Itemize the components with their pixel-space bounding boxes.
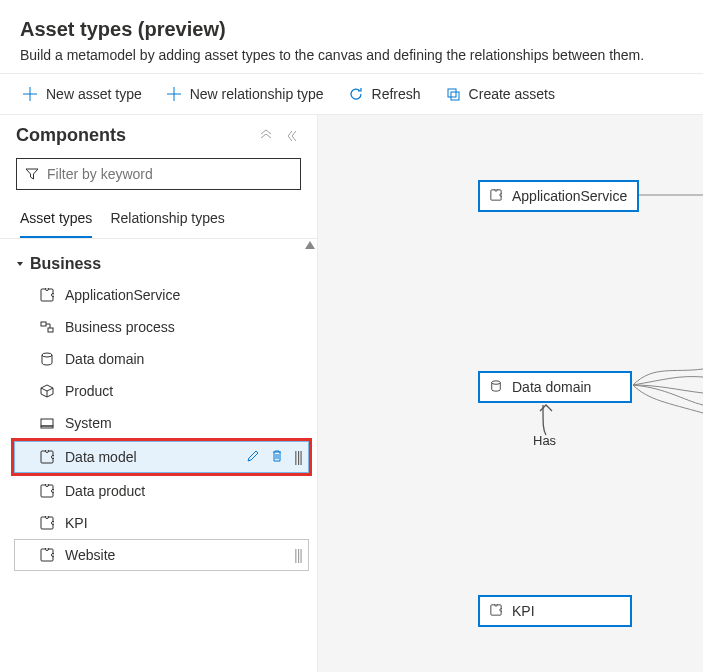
puzzle-icon	[39, 483, 55, 499]
refresh-icon	[348, 86, 364, 102]
plus-icon	[22, 86, 38, 102]
new-asset-type-label: New asset type	[46, 86, 142, 102]
item-label: Business process	[65, 319, 302, 335]
cube-icon	[39, 383, 55, 399]
puzzle-icon	[490, 604, 504, 618]
collapse-left-icon[interactable]	[287, 129, 301, 143]
svg-point-20	[46, 548, 49, 551]
copy-icon	[445, 86, 461, 102]
panel-header: Components	[0, 115, 317, 154]
scroll-indicator-icon	[305, 241, 315, 249]
filter-input[interactable]	[16, 158, 301, 190]
metamodel-canvas[interactable]: ApplicationService Data domain Has KPI	[318, 115, 703, 672]
canvas-node-datadomain[interactable]: Data domain	[478, 371, 632, 403]
svg-point-4	[52, 294, 55, 297]
page-subtitle: Build a metamodel by adding asset types …	[20, 47, 683, 63]
svg-point-24	[500, 194, 502, 197]
item-label: ApplicationService	[65, 287, 302, 303]
plus-icon	[166, 86, 182, 102]
panel-title: Components	[16, 125, 126, 146]
svg-point-18	[52, 522, 55, 525]
item-actions: |||	[246, 449, 302, 465]
components-panel: Components Asset types Relationship type…	[0, 115, 318, 672]
canvas-node-applicationservice[interactable]: ApplicationService	[478, 180, 639, 212]
new-relationship-type-button[interactable]: New relationship type	[156, 80, 334, 108]
puzzle-icon	[39, 547, 55, 563]
node-label: KPI	[512, 603, 535, 619]
svg-point-7	[42, 353, 52, 357]
item-label: Data model	[65, 449, 236, 465]
sidebar-tabs: Asset types Relationship types	[0, 200, 317, 239]
drag-handle-icon[interactable]: |||	[294, 547, 302, 563]
new-relationship-type-label: New relationship type	[190, 86, 324, 102]
item-product[interactable]: Product	[14, 375, 309, 407]
group-business[interactable]: Business	[14, 249, 309, 279]
svg-point-25	[492, 381, 501, 384]
asset-type-tree: Business ApplicationService Business pro…	[0, 239, 317, 581]
svg-point-12	[52, 456, 55, 459]
svg-point-27	[495, 604, 498, 606]
refresh-label: Refresh	[372, 86, 421, 102]
tab-asset-types[interactable]: Asset types	[20, 200, 92, 238]
svg-rect-0	[448, 89, 456, 97]
caret-down-icon	[16, 260, 24, 268]
item-label: Website	[65, 547, 284, 563]
item-website[interactable]: Website |||	[14, 539, 309, 571]
item-label: Data product	[65, 483, 302, 499]
new-asset-type-button[interactable]: New asset type	[12, 80, 152, 108]
create-assets-button[interactable]: Create assets	[435, 80, 565, 108]
refresh-button[interactable]: Refresh	[338, 80, 431, 108]
process-icon	[39, 319, 55, 335]
node-label: ApplicationService	[512, 188, 627, 204]
tab-relationship-types[interactable]: Relationship types	[110, 200, 224, 238]
item-label: System	[65, 415, 302, 431]
svg-point-3	[46, 288, 49, 291]
svg-point-23	[495, 189, 498, 191]
item-label: Data domain	[65, 351, 302, 367]
filter-icon	[25, 167, 39, 181]
svg-rect-9	[41, 426, 53, 428]
edge-label-has: Has	[533, 433, 556, 448]
create-assets-label: Create assets	[469, 86, 555, 102]
puzzle-icon	[39, 515, 55, 531]
svg-rect-5	[41, 322, 46, 326]
filter-text-field[interactable]	[47, 166, 292, 182]
drag-handle-icon[interactable]: |||	[294, 449, 302, 465]
command-bar: New asset type New relationship type Ref…	[0, 73, 703, 115]
item-label: Product	[65, 383, 302, 399]
svg-rect-6	[48, 328, 53, 332]
database-icon	[39, 351, 55, 367]
puzzle-icon	[39, 287, 55, 303]
svg-point-17	[46, 516, 49, 519]
puzzle-icon	[490, 189, 504, 203]
svg-rect-8	[41, 419, 53, 426]
main-layout: Components Asset types Relationship type…	[0, 115, 703, 672]
delete-icon[interactable]	[270, 449, 284, 465]
panel-controls	[259, 129, 301, 143]
item-applicationservice[interactable]: ApplicationService	[14, 279, 309, 311]
item-label: KPI	[65, 515, 302, 531]
collapse-up-icon[interactable]	[259, 129, 273, 143]
item-data-product[interactable]: Data product	[14, 475, 309, 507]
svg-point-21	[52, 554, 55, 557]
node-label: Data domain	[512, 379, 591, 395]
puzzle-icon	[39, 449, 55, 465]
item-system[interactable]: System	[14, 407, 309, 439]
edit-icon[interactable]	[246, 449, 260, 465]
item-business-process[interactable]: Business process	[14, 311, 309, 343]
svg-point-28	[500, 609, 502, 612]
filter-container	[0, 154, 317, 200]
database-icon	[490, 380, 504, 394]
svg-point-11	[46, 450, 49, 453]
item-data-model[interactable]: Data model |||	[14, 441, 309, 473]
svg-rect-1	[451, 92, 459, 100]
svg-point-15	[52, 490, 55, 493]
svg-point-14	[46, 484, 49, 487]
item-data-domain[interactable]: Data domain	[14, 343, 309, 375]
canvas-node-kpi[interactable]: KPI	[478, 595, 632, 627]
item-kpi[interactable]: KPI	[14, 507, 309, 539]
system-icon	[39, 415, 55, 431]
page-title: Asset types (preview)	[20, 18, 683, 41]
group-label: Business	[30, 255, 101, 273]
page-header: Asset types (preview) Build a metamodel …	[0, 0, 703, 73]
